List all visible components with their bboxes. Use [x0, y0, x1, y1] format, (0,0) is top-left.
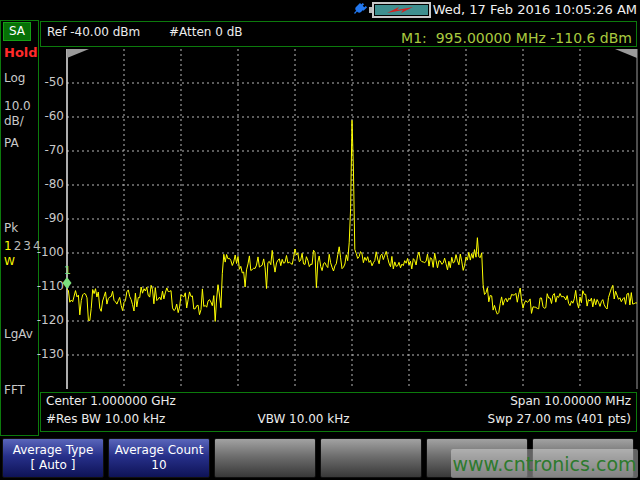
span-label: Span 10.00000 MHz — [510, 394, 631, 412]
center-freq-label: Center 1.000000 GHz — [46, 394, 176, 412]
softkey-label: Average Count — [115, 443, 204, 458]
softkey-label: Average Type — [13, 443, 94, 458]
softkey-value: [ Auto ] — [31, 458, 76, 473]
softkey-value: 10 — [151, 458, 166, 473]
softkey-blank-4[interactable] — [320, 438, 422, 478]
svg-text:1: 1 — [64, 264, 71, 277]
bottom-annotation-box: Center 1.000000 GHz Span 10.00000 MHz #R… — [40, 392, 637, 432]
spectrum-analyzer-screen: Wed, 17 Feb 2016 10:05:26 AM SA Hold Log… — [0, 0, 640, 480]
watermark: www.cntronics.com — [451, 449, 638, 478]
vbw-label: VBW 10.00 kHz — [46, 412, 561, 426]
softkey-average-count[interactable]: Average Count10 — [108, 438, 210, 478]
softkey-blank-3[interactable] — [214, 438, 316, 478]
softkey-average-type[interactable]: Average Type[ Auto ] — [2, 438, 104, 478]
